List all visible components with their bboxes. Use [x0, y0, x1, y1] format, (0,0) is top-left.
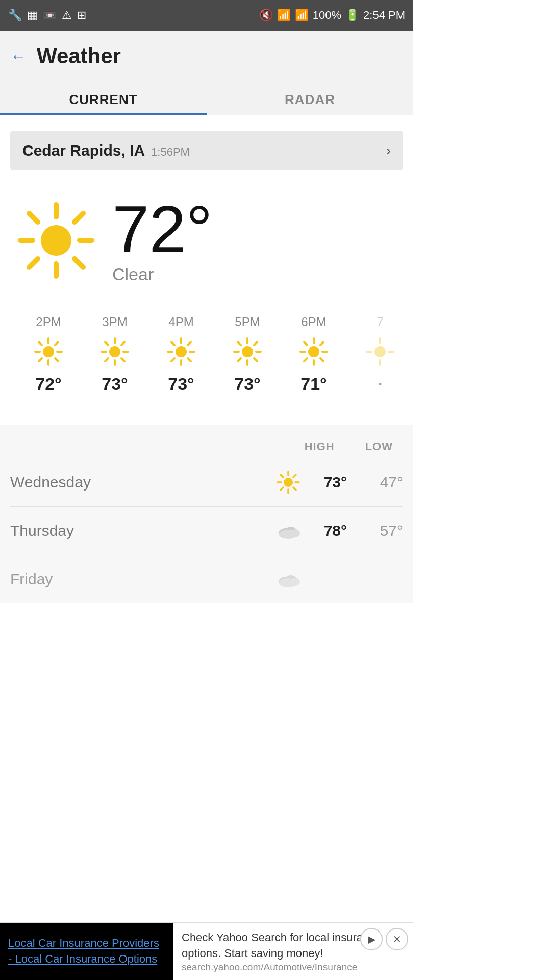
- svg-point-45: [308, 346, 319, 357]
- hour-sun-icon-5pm: [232, 336, 263, 367]
- daily-row-thursday: Thursday 78° 57°: [10, 507, 403, 555]
- svg-line-66: [293, 475, 296, 477]
- tab-current[interactable]: CURRENT: [0, 82, 207, 115]
- svg-line-32: [171, 342, 174, 345]
- svg-line-34: [188, 342, 191, 345]
- svg-point-9: [43, 346, 54, 357]
- hour-sun-icon-4pm: [166, 336, 196, 367]
- svg-point-59: [284, 478, 293, 487]
- svg-line-33: [188, 358, 191, 361]
- hour-item-2pm: 2PM 72°: [15, 315, 82, 394]
- location-city: Cedar Rapids, IA: [22, 142, 145, 159]
- daily-high-thursday: 78°: [311, 522, 347, 540]
- wrench-icon: 🔧: [8, 9, 22, 22]
- battery-percent: 100%: [313, 9, 341, 22]
- daily-low-wednesday: 47°: [367, 474, 403, 491]
- ad-play-button[interactable]: ▶: [360, 928, 383, 950]
- daily-icon-friday: [276, 567, 301, 592]
- svg-line-17: [39, 358, 42, 361]
- hour-label-3pm: 3PM: [102, 315, 127, 329]
- location-bar[interactable]: Cedar Rapids, IA 1:56PM ›: [10, 131, 403, 170]
- current-condition: Clear: [112, 264, 213, 284]
- warning-icon: ⚠: [62, 9, 72, 22]
- back-button[interactable]: ←: [10, 47, 27, 66]
- hour-label-5pm: 5PM: [235, 315, 260, 329]
- svg-line-14: [39, 342, 42, 345]
- hour-item-4pm: 4PM 73°: [148, 315, 214, 394]
- svg-point-18: [109, 346, 120, 357]
- daily-day-wednesday: Wednesday: [10, 474, 276, 491]
- hour-temp-5pm: 73°: [234, 374, 260, 394]
- hour-label-2pm: 2PM: [36, 315, 61, 329]
- svg-line-7: [74, 213, 83, 222]
- hour-sun-icon-7: [365, 336, 395, 367]
- location-time: 1:56PM: [151, 145, 190, 159]
- svg-line-41: [238, 342, 241, 345]
- grid-icon: ⊞: [77, 9, 86, 22]
- daily-icon-wednesday: [276, 470, 301, 495]
- signal-icon: 📶: [295, 9, 309, 22]
- daily-low-thursday: 57°: [367, 522, 403, 540]
- current-temperature: 72°: [112, 196, 213, 262]
- hourly-forecast: 2PM 72° 3PM: [10, 305, 403, 409]
- ad-link-text[interactable]: Local Car Insurance Providers - Local Ca…: [8, 936, 165, 967]
- svg-line-5: [29, 213, 38, 222]
- svg-line-52: [320, 342, 323, 345]
- svg-line-35: [171, 358, 174, 361]
- svg-point-75: [279, 578, 297, 587]
- svg-line-51: [320, 358, 323, 361]
- hour-temp-4pm: 73°: [168, 374, 194, 394]
- svg-line-65: [293, 487, 296, 490]
- svg-point-27: [176, 346, 187, 357]
- hour-temp-3pm: 73°: [102, 374, 128, 394]
- hour-sun-icon-2pm: [33, 336, 64, 367]
- mute-icon: 🔇: [259, 9, 273, 22]
- status-icons-right: 🔇 📶 📶 100% 🔋 2:54 PM: [259, 9, 405, 22]
- svg-line-67: [281, 487, 283, 490]
- svg-line-53: [304, 358, 307, 361]
- status-icons-left: 🔧 ▦ 📼 ⚠ ⊞: [8, 9, 86, 22]
- ad-banner: Local Car Insurance Providers - Local Ca…: [0, 922, 413, 980]
- tab-radar[interactable]: RADAR: [207, 82, 413, 115]
- svg-line-16: [55, 342, 58, 345]
- status-bar: 🔧 ▦ 📼 ⚠ ⊞ 🔇 📶 📶 100% 🔋 2:54 PM: [0, 0, 413, 31]
- svg-line-8: [29, 259, 38, 267]
- current-weather-section: 72° Clear: [10, 191, 403, 305]
- daily-row-friday: Friday: [10, 555, 403, 603]
- daily-forecast-header: HIGH LOW: [10, 435, 403, 458]
- app-bar: ← Weather: [0, 31, 413, 82]
- svg-line-6: [74, 259, 83, 267]
- page-title: Weather: [37, 44, 121, 68]
- daily-icon-thursday: [276, 518, 301, 544]
- svg-line-50: [304, 342, 307, 345]
- high-label: HIGH: [305, 440, 335, 453]
- svg-point-0: [41, 225, 71, 256]
- svg-point-54: [374, 346, 386, 357]
- svg-line-15: [55, 358, 58, 361]
- svg-line-23: [105, 342, 108, 345]
- low-label: LOW: [365, 440, 393, 453]
- hour-item-3pm: 3PM 73°: [82, 315, 148, 394]
- daily-day-thursday: Thursday: [10, 522, 276, 540]
- wifi-icon: 📶: [277, 9, 291, 22]
- cassette-icon: 📼: [43, 9, 57, 22]
- svg-line-26: [105, 358, 108, 361]
- ad-controls: ▶ ✕: [360, 928, 408, 950]
- daily-row-wednesday: Wednesday 73° 47°: [10, 458, 403, 507]
- location-chevron-icon: ›: [386, 142, 391, 159]
- svg-line-43: [254, 342, 257, 345]
- main-content: Cedar Rapids, IA 1:56PM › 72° Clear 2PM: [0, 115, 413, 425]
- ad-left-section: Local Car Insurance Providers - Local Ca…: [0, 923, 173, 980]
- hour-label-7: 7: [377, 315, 383, 329]
- svg-line-42: [254, 358, 257, 361]
- ad-url: search.yahoo.com/Automotive/Insurance: [182, 962, 405, 973]
- hour-sun-icon-6pm: [298, 336, 329, 367]
- hour-sun-icon-3pm: [99, 336, 130, 367]
- daily-high-wednesday: 73°: [311, 474, 347, 491]
- ad-close-button[interactable]: ✕: [386, 928, 408, 950]
- daily-day-friday: Friday: [10, 571, 276, 588]
- hour-temp-6pm: 71°: [300, 374, 327, 394]
- time-display: 2:54 PM: [363, 9, 405, 22]
- weather-sun-icon: [15, 200, 97, 281]
- daily-forecast-section: HIGH LOW Wednesday 73° 47° Thursday: [0, 425, 413, 603]
